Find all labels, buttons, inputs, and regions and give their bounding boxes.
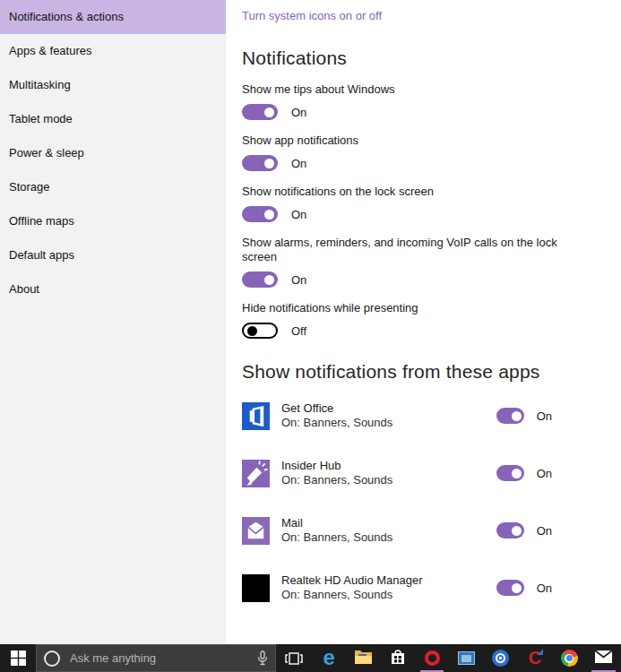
settings-sidebar: Notifications & actions Apps & features … — [0, 0, 226, 644]
turn-system-icons-link[interactable]: Turn system icons on or off — [242, 9, 382, 22]
settings-content: Turn system icons on or off Notification… — [226, 0, 621, 644]
app-toggle-switch[interactable] — [496, 580, 524, 596]
task-view-button[interactable] — [276, 644, 312, 672]
office-icon — [242, 402, 270, 430]
app-toggle-switch[interactable] — [496, 465, 524, 481]
mail-taskbar-icon — [594, 650, 613, 668]
toggle-switch[interactable] — [242, 206, 278, 222]
sidebar-item-apps-features[interactable]: Apps & features — [0, 34, 226, 68]
app-detail: On: Banners, Sounds — [281, 588, 496, 602]
sidebar-item-label: Power & sleep — [9, 146, 84, 159]
app-toggle-state-label: On — [537, 467, 552, 480]
opera-icon — [425, 650, 440, 666]
toggle-switch[interactable] — [242, 155, 278, 171]
megaphone-icon — [242, 460, 270, 487]
app-name: Realtek HD Audio Manager — [281, 573, 496, 588]
sidebar-item-about[interactable]: About — [0, 272, 226, 306]
taskbar-icon-ccleaner[interactable]: C — [518, 644, 552, 672]
sidebar-item-multitasking[interactable]: Multitasking — [0, 68, 226, 102]
toggle-setting: Show alarms, reminders, and incoming VoI… — [242, 236, 621, 288]
display-settings-icon — [458, 651, 475, 665]
taskbar-icon-chrome[interactable] — [552, 644, 586, 672]
sidebar-item-label: Default apps — [9, 248, 74, 262]
taskbar-icon-edge[interactable]: e — [312, 644, 346, 672]
taskbar-icon-mail[interactable] — [586, 644, 620, 672]
disc-utility-icon — [492, 650, 509, 667]
sidebar-item-offline-maps[interactable]: Offline maps — [0, 204, 226, 238]
toggle-state-label: On — [291, 106, 306, 119]
toggle-setting: Hide notifications while presenting Off — [242, 301, 621, 339]
toggle-switch[interactable] — [242, 323, 278, 339]
taskbar-icon-opera[interactable] — [415, 644, 449, 672]
sidebar-item-label: Storage — [9, 180, 50, 194]
sidebar-item-label: Tablet mode — [9, 112, 73, 125]
store-icon — [389, 648, 407, 669]
toggle-setting: Show notifications on the lock screen On — [242, 185, 621, 222]
toggle-setting: Show app notifications On — [242, 134, 621, 171]
taskbar-search[interactable] — [36, 644, 276, 672]
edge-icon: e — [323, 648, 334, 668]
microphone-icon[interactable] — [257, 650, 268, 666]
sidebar-item-storage[interactable]: Storage — [0, 170, 226, 204]
sidebar-item-tablet-mode[interactable]: Tablet mode — [0, 102, 226, 136]
file-explorer-icon — [354, 649, 373, 668]
app-notification-row: Realtek HD Audio Manager On: Banners, So… — [242, 573, 621, 602]
realtek-icon — [242, 574, 270, 602]
app-detail: On: Banners, Sounds — [281, 530, 496, 545]
mail-app-icon — [242, 517, 270, 545]
ccleaner-icon: C — [529, 649, 541, 668]
app-name: Mail — [281, 516, 496, 530]
taskbar-icon-display-settings[interactable] — [449, 644, 483, 672]
sidebar-item-power-sleep[interactable]: Power & sleep — [0, 136, 226, 170]
taskbar-icon-file-explorer[interactable] — [346, 644, 380, 672]
toggle-state-label: On — [291, 157, 306, 170]
app-name: Get Office — [281, 401, 496, 416]
sidebar-item-label: Multitasking — [9, 78, 71, 91]
taskbar: e C — [0, 644, 621, 672]
toggle-switch[interactable] — [242, 104, 278, 120]
search-input[interactable] — [68, 650, 254, 666]
taskbar-icon-disc-utility[interactable] — [483, 644, 517, 672]
app-notification-row: Get Office On: Banners, Sounds On — [242, 401, 621, 430]
toggle-state-label: On — [291, 273, 306, 287]
cortana-circle-icon — [44, 650, 60, 667]
app-detail: On: Banners, Sounds — [281, 416, 496, 430]
app-toggle-state-label: On — [537, 409, 552, 423]
sidebar-item-label: Offline maps — [9, 214, 74, 228]
app-notification-row: Insider Hub On: Banners, Sounds On — [242, 459, 621, 487]
sidebar-item-notifications-actions[interactable]: Notifications & actions — [0, 0, 226, 34]
app-toggle-state-label: On — [537, 524, 552, 538]
notifications-section-title: Notifications — [242, 47, 621, 69]
toggle-label: Show me tips about Windows — [242, 82, 575, 97]
app-notification-row: Mail On: Banners, Sounds On — [242, 516, 621, 545]
toggle-label: Show alarms, reminders, and incoming VoI… — [242, 236, 575, 264]
sidebar-item-label: About — [9, 282, 39, 296]
app-toggle-state-label: On — [537, 582, 552, 595]
app-name: Insider Hub — [281, 459, 496, 473]
app-toggle-switch[interactable] — [496, 408, 524, 424]
toggle-label: Show notifications on the lock screen — [242, 185, 575, 199]
toggle-setting: Show me tips about Windows On — [242, 82, 621, 120]
toggle-state-label: Off — [291, 324, 306, 338]
toggle-state-label: On — [291, 208, 306, 221]
app-toggle-switch[interactable] — [496, 522, 524, 538]
apps-section-title: Show notifications from these apps — [242, 361, 621, 383]
taskbar-icon-store[interactable] — [381, 644, 415, 672]
chrome-icon — [561, 650, 578, 667]
toggle-label: Show app notifications — [242, 134, 575, 148]
toggle-switch[interactable] — [242, 271, 278, 288]
sidebar-item-default-apps[interactable]: Default apps — [0, 238, 226, 272]
sidebar-item-label: Notifications & actions — [9, 10, 124, 23]
sidebar-item-label: Apps & features — [9, 44, 92, 57]
toggle-label: Hide notifications while presenting — [242, 301, 575, 315]
task-view-icon — [285, 651, 303, 666]
app-detail: On: Banners, Sounds — [281, 473, 496, 487]
windows-logo-icon — [11, 650, 26, 666]
start-button[interactable] — [0, 644, 36, 672]
